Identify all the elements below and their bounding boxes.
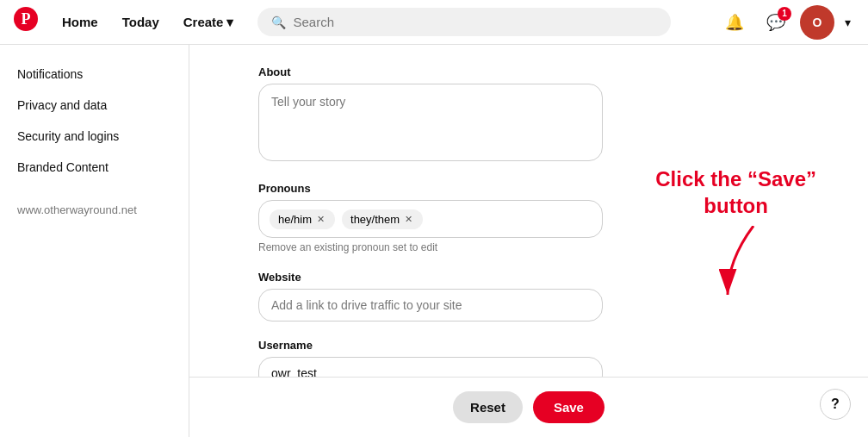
website-label: Website bbox=[258, 271, 603, 284]
nav-home[interactable]: Home bbox=[52, 8, 108, 37]
notifications-button[interactable]: 🔔 bbox=[717, 5, 752, 40]
about-label: About bbox=[258, 66, 603, 78]
sidebar-watermark: www.otherwayround.net bbox=[0, 190, 189, 230]
annotation-text: Click the “Save” button bbox=[655, 165, 816, 219]
nav-create-label: Create bbox=[183, 15, 224, 29]
sidebar-item-privacy[interactable]: Privacy and data bbox=[0, 90, 189, 121]
pronoun-remove-theythem[interactable]: ✕ bbox=[403, 214, 414, 225]
about-group: About bbox=[258, 66, 603, 165]
messages-badge: 1 bbox=[778, 7, 791, 21]
account-chevron-button[interactable]: ▾ bbox=[841, 12, 854, 33]
search-input[interactable] bbox=[293, 15, 657, 29]
nav-icons: 🔔 💬 1 O ▾ bbox=[717, 5, 854, 40]
main-nav: Home Today Create ▾ bbox=[52, 8, 244, 37]
bottom-bar: Reset Save bbox=[189, 377, 868, 437]
topnav: P Home Today Create ▾ 🔍 🔔 💬 1 O ▾ bbox=[0, 0, 868, 45]
pinterest-logo: P bbox=[14, 7, 38, 37]
search-bar: 🔍 bbox=[257, 8, 671, 36]
svg-text:P: P bbox=[22, 10, 31, 28]
username-label: Username bbox=[258, 339, 603, 352]
website-group: Website bbox=[258, 271, 603, 322]
pronoun-tag-hehim: he/him ✕ bbox=[270, 209, 335, 229]
pronoun-tag-hehim-value: he/him bbox=[278, 213, 312, 226]
nav-create[interactable]: Create ▾ bbox=[173, 8, 245, 37]
pronouns-group: Pronouns he/him ✕ they/them ✕ Remove an … bbox=[258, 182, 603, 253]
about-textarea[interactable] bbox=[258, 84, 603, 161]
chevron-down-icon: ▾ bbox=[226, 15, 233, 30]
pronouns-hint: Remove an existing pronoun set to edit bbox=[258, 241, 603, 253]
website-input[interactable] bbox=[258, 289, 603, 322]
sidebar-item-notifications[interactable]: Notifications bbox=[0, 59, 189, 90]
bell-icon: 🔔 bbox=[725, 13, 744, 32]
annotation-arrow bbox=[655, 226, 816, 307]
annotation: Click the “Save” button bbox=[655, 165, 816, 307]
pronouns-label: Pronouns bbox=[258, 182, 603, 195]
chevron-down-icon: ▾ bbox=[845, 16, 851, 29]
sidebar-item-branded[interactable]: Branded Content bbox=[0, 152, 189, 183]
avatar-button[interactable]: O bbox=[800, 5, 834, 40]
avatar-initial: O bbox=[813, 16, 822, 29]
help-button[interactable]: ? bbox=[820, 389, 851, 420]
pronoun-tag-theythem-value: they/them bbox=[350, 213, 400, 226]
search-icon: 🔍 bbox=[271, 16, 286, 29]
pronoun-tag-theythem: they/them ✕ bbox=[342, 209, 423, 229]
profile-form: About Pronouns he/him ✕ they/them ✕ Remo… bbox=[258, 66, 603, 405]
sidebar-item-security[interactable]: Security and logins bbox=[0, 121, 189, 152]
nav-today[interactable]: Today bbox=[112, 8, 170, 37]
messages-button[interactable]: 💬 1 bbox=[759, 5, 793, 40]
reset-button[interactable]: Reset bbox=[453, 391, 523, 423]
pronouns-field[interactable]: he/him ✕ they/them ✕ bbox=[258, 200, 603, 238]
save-button[interactable]: Save bbox=[533, 391, 604, 423]
sidebar: Notifications Privacy and data Security … bbox=[0, 45, 189, 437]
pronoun-remove-hehim[interactable]: ✕ bbox=[315, 214, 326, 225]
